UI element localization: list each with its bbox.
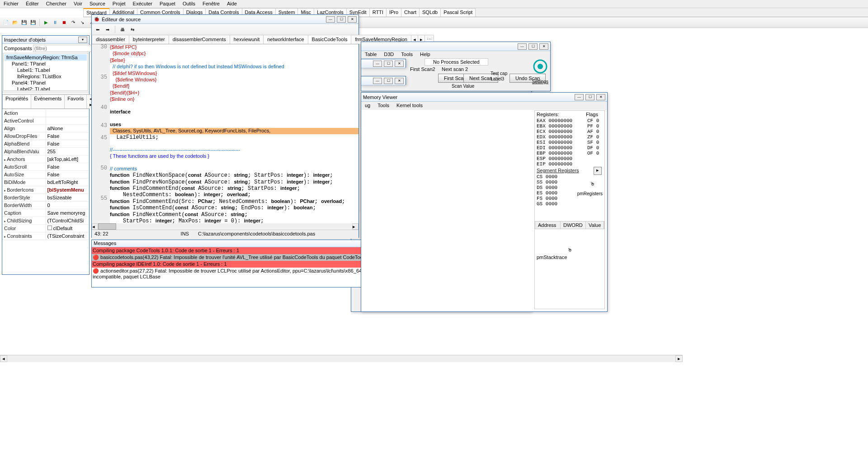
toggle-icon[interactable]: ⇆ — [128, 25, 137, 33]
maximize-icon[interactable]: ☐ — [585, 94, 594, 100]
srced-toolbar[interactable]: ⬅ ➡ 🖶 ⇆ — [92, 24, 359, 35]
file-tab-byteinterpreter[interactable]: byteinterpreter — [129, 35, 169, 44]
menu-outils[interactable]: Outils — [179, 0, 199, 8]
minimize-icon[interactable]: — — [373, 78, 382, 84]
prop-row[interactable]: AlphaBlendValu255 — [3, 148, 89, 155]
close-icon[interactable]: ✕ — [395, 61, 404, 67]
prop-row[interactable]: BorderIcons[biSystemMenu — [3, 186, 89, 194]
file-tab-disassembler[interactable]: disassembler — [92, 35, 129, 44]
file-tab-hexviewunit[interactable]: hexviewunit — [230, 35, 264, 44]
close-icon[interactable]: ✕ — [395, 78, 404, 84]
open-file-icon[interactable]: 📂 — [11, 19, 19, 27]
menu-fichier[interactable]: Fichier — [0, 0, 22, 8]
oi-component-tree[interactable]: frmSaveMemoryRegion: TfrmSa Panel1: TPan… — [3, 53, 88, 91]
run-icon[interactable]: ▶ — [42, 19, 50, 27]
new-file-icon[interactable]: 📄 — [2, 19, 10, 27]
oi-tab-événements[interactable]: Événements — [31, 94, 65, 108]
memv-menu[interactable]: ugToolsKernel tools — [361, 102, 607, 110]
tree-item[interactable]: frmSaveMemoryRegion: TfrmSa — [5, 54, 87, 61]
maximize-icon[interactable]: ☐ — [384, 78, 393, 84]
prop-row[interactable]: ChildSizing(TControlChildSi — [3, 217, 89, 225]
menu-exécuter[interactable]: Exécuter — [129, 0, 156, 8]
expand-icon[interactable]: ▸ — [594, 167, 602, 175]
tree-item[interactable]: Label2: TLabel — [5, 86, 87, 91]
menu-éditer[interactable]: Éditer — [22, 0, 42, 8]
tree-item[interactable]: Panel1: TPanel — [5, 61, 87, 67]
palette-tab-rtti[interactable]: RTTI — [369, 8, 387, 17]
maximize-icon[interactable]: ☐ — [384, 61, 393, 67]
palette-tab-chart[interactable]: Chart — [401, 8, 420, 17]
prop-row[interactable]: BorderStylebsSizeable — [3, 194, 89, 202]
oi-tab-propriétés[interactable]: Propriétés — [2, 94, 31, 108]
prop-row[interactable]: ActiveControl — [3, 117, 89, 125]
menu-chercher[interactable]: Chercher — [42, 0, 70, 8]
save-icon[interactable]: 💾 — [20, 19, 28, 27]
stop-icon[interactable]: ⏹ — [60, 19, 68, 27]
save-all-icon[interactable]: 💾 — [29, 19, 37, 27]
memv-titlebar[interactable]: Memory Viewer —☐✕ — [361, 93, 607, 102]
prop-row[interactable]: AllowDropFilesFalse — [3, 132, 89, 140]
minimize-icon[interactable]: — — [575, 94, 584, 100]
maximize-icon[interactable]: ☐ — [337, 16, 346, 23]
memv-menu-kernel-tools[interactable]: Kernel tools — [393, 102, 426, 110]
ce-main-menu[interactable]: TableD3DToolsHelp — [361, 51, 550, 58]
oi-tab-favoris[interactable]: Favoris — [64, 94, 87, 108]
file-tab-basiccodetools[interactable]: BasicCodeTools — [308, 35, 352, 44]
close-icon[interactable]: ✕ — [596, 94, 605, 100]
code-area[interactable]: 30 35 40 43 45 50 55 {$ifdef FPC} {$mode… — [92, 44, 359, 223]
close-icon[interactable]: ✕ — [348, 16, 357, 23]
palette-tab-ipro[interactable]: IPro — [386, 8, 401, 17]
bottom-scrollbar[interactable]: ◂ ▸ — [0, 355, 683, 362]
srced-titlebar[interactable]: 🐞 Éditeur de source — ☐ ✕ — [92, 15, 359, 24]
tree-item[interactable]: Label1: TLabel — [5, 67, 87, 73]
step-into-icon[interactable]: ↘ — [78, 19, 86, 27]
srced-file-tabs[interactable]: disassemblerbyteinterpreterdisassemblerC… — [92, 35, 359, 44]
prop-row[interactable]: BiDiModebdLeftToRight — [3, 179, 89, 186]
minimize-icon[interactable]: — — [373, 61, 382, 67]
prop-row[interactable]: Constraints(TSizeConstraint — [3, 232, 89, 240]
step-over-icon[interactable]: ↷ — [69, 19, 77, 27]
menu-source[interactable]: Source — [86, 0, 109, 8]
file-tab-networkinterface[interactable]: networkInterface — [263, 35, 308, 44]
memv-menu-ug[interactable]: ug — [361, 102, 374, 110]
ce-menu-tools[interactable]: Tools — [397, 51, 416, 58]
memv-menu-tools[interactable]: Tools — [374, 102, 393, 110]
ce-menu-table[interactable]: Table — [361, 51, 380, 58]
settings-link[interactable]: Settings — [532, 79, 548, 84]
back-icon[interactable]: ⬅ — [94, 25, 102, 33]
palette-tab-pascal-script[interactable]: Pascal Script — [440, 8, 476, 17]
tree-item[interactable]: Panel4: TPanel — [5, 80, 87, 86]
maximize-icon[interactable]: ☐ — [528, 43, 538, 50]
menu-voir[interactable]: Voir — [70, 0, 86, 8]
oi-filter-input[interactable] — [33, 45, 98, 52]
forward-icon[interactable]: ➡ — [104, 25, 112, 33]
close-icon[interactable]: ✕ — [539, 43, 548, 50]
prop-row[interactable]: CaptionSave memoryreg — [3, 209, 89, 217]
pause-icon[interactable]: ⏸ — [51, 19, 59, 27]
oi-tabs[interactable]: PropriétésÉvénementsFavoris◂ ▸ — [2, 94, 89, 109]
menu-aide[interactable]: Aide — [223, 0, 241, 8]
menu-projet[interactable]: Projet — [109, 0, 129, 8]
file-tab-disassemblercomments[interactable]: disassemblerComments — [169, 35, 230, 44]
prop-row[interactable]: ColorclDefault — [3, 225, 89, 232]
prop-row[interactable]: AlignalNone — [3, 125, 89, 132]
menu-paquet[interactable]: Paquet — [156, 0, 179, 8]
minimize-icon[interactable]: — — [518, 43, 527, 50]
minimize-icon[interactable]: — — [326, 16, 335, 23]
prop-row[interactable]: AlphaBlendFalse — [3, 140, 89, 148]
h-scrollbar[interactable]: ◂ ▸ — [92, 223, 359, 230]
main-menubar[interactable]: FichierÉditerChercherVoirSourceProjetExé… — [0, 0, 868, 8]
oi-components-combo[interactable]: Composants — [3, 45, 88, 52]
tree-item[interactable]: lbRegions: TListBox — [5, 73, 87, 80]
ce-main-titlebar[interactable]: —☐✕ — [361, 42, 550, 51]
palette-tab-sqldb[interactable]: SQLdb — [419, 8, 441, 17]
prop-row[interactable]: AutoSizeFalse — [3, 171, 89, 179]
oi-close-icon[interactable]: ▾ — [78, 37, 87, 43]
print-icon[interactable]: 🖶 — [118, 25, 127, 33]
ce-menu-help[interactable]: Help — [416, 51, 434, 58]
ce-menu-d3d[interactable]: D3D — [380, 51, 397, 58]
prop-row[interactable]: BorderWidth0 — [3, 202, 89, 209]
prop-row[interactable]: Action — [3, 109, 89, 117]
menu-fenêtre[interactable]: Fenêtre — [199, 0, 223, 8]
prop-row[interactable]: Anchors[akTop,akLeft] — [3, 155, 89, 163]
